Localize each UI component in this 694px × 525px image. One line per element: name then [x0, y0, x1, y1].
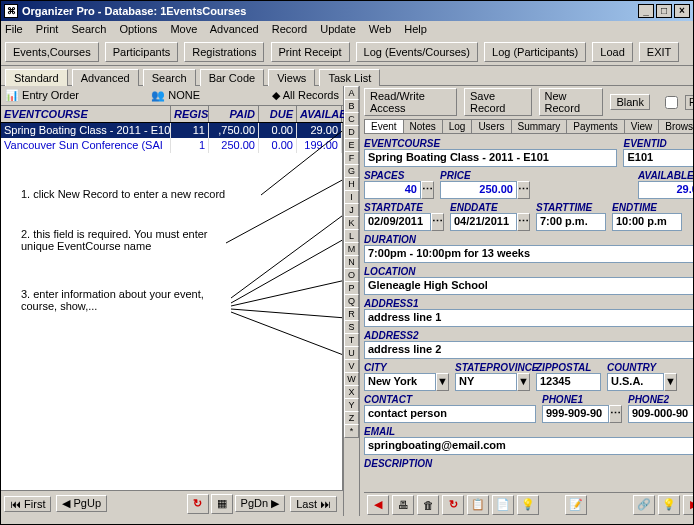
form-icon[interactable]: 📝: [565, 495, 587, 515]
filter-none[interactable]: NONE: [168, 89, 200, 101]
alpha-C[interactable]: C: [344, 112, 359, 126]
readwrite-button[interactable]: Read/Write Access: [364, 88, 457, 116]
blank-button[interactable]: Blank: [610, 94, 650, 110]
first-button[interactable]: ⏮ First: [4, 496, 51, 512]
alpha-Q[interactable]: Q: [344, 294, 359, 308]
menu-web[interactable]: Web: [369, 23, 391, 35]
pgup-button[interactable]: ◀ PgUp: [56, 495, 107, 512]
alpha-W[interactable]: W: [344, 372, 359, 386]
eventcourse-field[interactable]: Spring Boating Class - 2011 - E101: [364, 149, 617, 167]
alpha-S[interactable]: S: [344, 320, 359, 334]
print-icon[interactable]: 🖶: [392, 495, 414, 515]
tab-standard[interactable]: Standard: [5, 69, 68, 86]
alpha-G[interactable]: G: [344, 164, 359, 178]
log-events-button[interactable]: Log (Events/Courses): [356, 42, 478, 62]
alpha-E[interactable]: E: [344, 138, 359, 152]
menu-move[interactable]: Move: [170, 23, 197, 35]
alpha-A[interactable]: A: [344, 86, 359, 100]
alpha-O[interactable]: O: [344, 268, 359, 282]
starttime-field[interactable]: 7:00 p.m.: [536, 213, 606, 231]
phone2-field[interactable]: 909-000-90: [628, 405, 694, 423]
city-dropdown-icon[interactable]: ▼: [436, 373, 449, 391]
new-record-button[interactable]: New Record: [539, 88, 604, 116]
price-field[interactable]: 250.00: [440, 181, 517, 199]
dtab-browser[interactable]: Browser: [658, 119, 694, 133]
alpha-F[interactable]: F: [344, 151, 359, 165]
all-records[interactable]: All Records: [283, 89, 339, 101]
grid-body[interactable]: Spring Boating Class - 2011 - E10 11 ,75…: [1, 123, 343, 490]
menu-advanced[interactable]: Advanced: [210, 23, 259, 35]
participants-button[interactable]: Participants: [105, 42, 178, 62]
menu-help[interactable]: Help: [404, 23, 427, 35]
location-field[interactable]: Gleneagle High School: [364, 277, 694, 295]
state-dropdown-icon[interactable]: ▼: [517, 373, 530, 391]
tab-tasklist[interactable]: Task List: [319, 69, 380, 86]
color-grid-icon[interactable]: ▦: [211, 494, 233, 514]
close-button[interactable]: ×: [674, 4, 690, 18]
menu-record[interactable]: Record: [272, 23, 307, 35]
enddate-field[interactable]: 04/21/2011: [450, 213, 517, 231]
zip-field[interactable]: 12345: [536, 373, 601, 391]
email-field[interactable]: springboating@email.com: [364, 437, 694, 455]
prev-record-icon[interactable]: ◀: [367, 495, 389, 515]
alpha-Z[interactable]: Z: [344, 411, 359, 425]
eventid-field[interactable]: E101: [623, 149, 694, 167]
next-record-icon[interactable]: ▶: [683, 495, 694, 515]
alpha-X[interactable]: X: [344, 385, 359, 399]
menu-print[interactable]: Print: [36, 23, 59, 35]
tab-barcode[interactable]: Bar Code: [200, 69, 264, 86]
delete-icon[interactable]: 🗑: [417, 495, 439, 515]
alpha-Y[interactable]: Y: [344, 398, 359, 412]
refresh-form-icon[interactable]: ↻: [442, 495, 464, 515]
tab-search[interactable]: Search: [143, 69, 196, 86]
city-field[interactable]: New York: [364, 373, 436, 391]
alpha-B[interactable]: B: [344, 99, 359, 113]
alpha-D[interactable]: D: [344, 125, 359, 139]
alpha-L[interactable]: L: [344, 229, 359, 243]
maximize-button[interactable]: □: [656, 4, 672, 18]
menu-options[interactable]: Options: [119, 23, 157, 35]
tip-icon[interactable]: 💡: [517, 495, 539, 515]
pgdn-button[interactable]: PgDn ▶: [235, 495, 286, 512]
table-row[interactable]: Vancouver Sun Conference (SAI 1 250.00 0…: [1, 138, 342, 153]
tab-advanced[interactable]: Advanced: [72, 69, 139, 86]
tip2-icon[interactable]: 💡: [658, 495, 680, 515]
alpha-P[interactable]: P: [344, 281, 359, 295]
tab-views[interactable]: Views: [268, 69, 315, 86]
spaces-picker-icon[interactable]: ⋯: [421, 181, 434, 199]
col-eventcourse[interactable]: EVENTCOURSE: [1, 106, 171, 122]
print-receipt-button[interactable]: Print Receipt: [271, 42, 350, 62]
endtime-field[interactable]: 10:00 p.m: [612, 213, 682, 231]
load-button[interactable]: Load: [592, 42, 632, 62]
startdate-picker-icon[interactable]: ⋯: [431, 213, 444, 231]
registrations-button[interactable]: Registrations: [184, 42, 264, 62]
country-dropdown-icon[interactable]: ▼: [664, 373, 677, 391]
ro-checkbox[interactable]: [665, 96, 678, 109]
table-row[interactable]: Spring Boating Class - 2011 - E10 11 ,75…: [1, 123, 342, 138]
state-field[interactable]: NY: [455, 373, 517, 391]
menu-update[interactable]: Update: [320, 23, 355, 35]
phone1-picker-icon[interactable]: ⋯: [609, 405, 622, 423]
dtab-log[interactable]: Log: [442, 119, 473, 133]
sort-order[interactable]: Entry Order: [22, 89, 79, 101]
copy-icon[interactable]: 📋: [467, 495, 489, 515]
price-picker-icon[interactable]: ⋯: [517, 181, 530, 199]
alpha-*[interactable]: *: [344, 424, 359, 438]
address2-field[interactable]: address line 2: [364, 341, 694, 359]
alpha-M[interactable]: M: [344, 242, 359, 256]
dtab-users[interactable]: Users: [471, 119, 511, 133]
alpha-I[interactable]: I: [344, 190, 359, 204]
enddate-picker-icon[interactable]: ⋯: [517, 213, 530, 231]
col-available[interactable]: AVAILABL: [297, 106, 342, 122]
log-participants-button[interactable]: Log (Participants): [484, 42, 586, 62]
alpha-K[interactable]: K: [344, 216, 359, 230]
exit-button[interactable]: EXIT: [639, 42, 679, 62]
dtab-payments[interactable]: Payments: [566, 119, 624, 133]
link-icon[interactable]: 🔗: [633, 495, 655, 515]
alpha-R[interactable]: R: [344, 307, 359, 321]
dtab-event[interactable]: Event: [364, 119, 404, 133]
alpha-V[interactable]: V: [344, 359, 359, 373]
country-field[interactable]: U.S.A.: [607, 373, 664, 391]
save-record-button[interactable]: Save Record: [464, 88, 532, 116]
col-paid[interactable]: PAID: [209, 106, 259, 122]
